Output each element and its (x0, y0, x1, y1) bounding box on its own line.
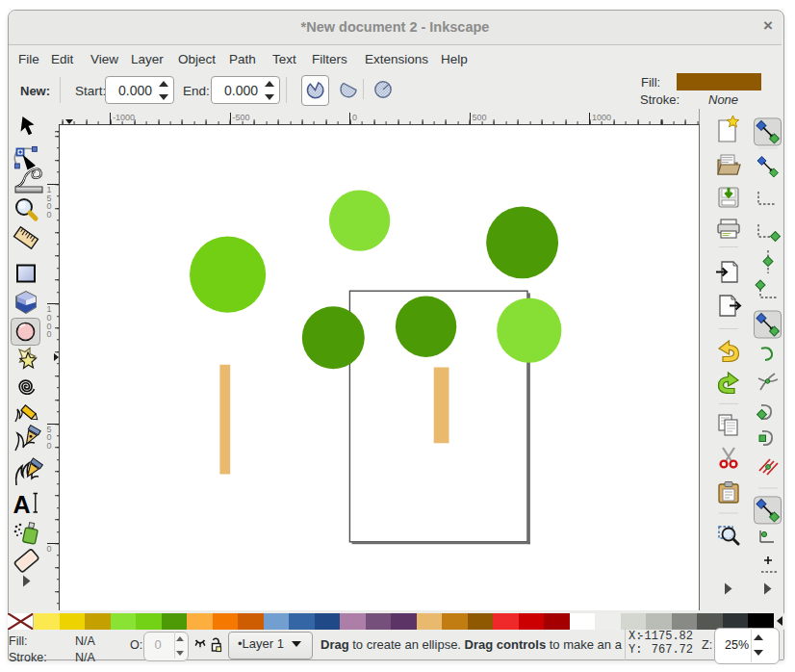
svg-text:A: A (13, 491, 31, 518)
